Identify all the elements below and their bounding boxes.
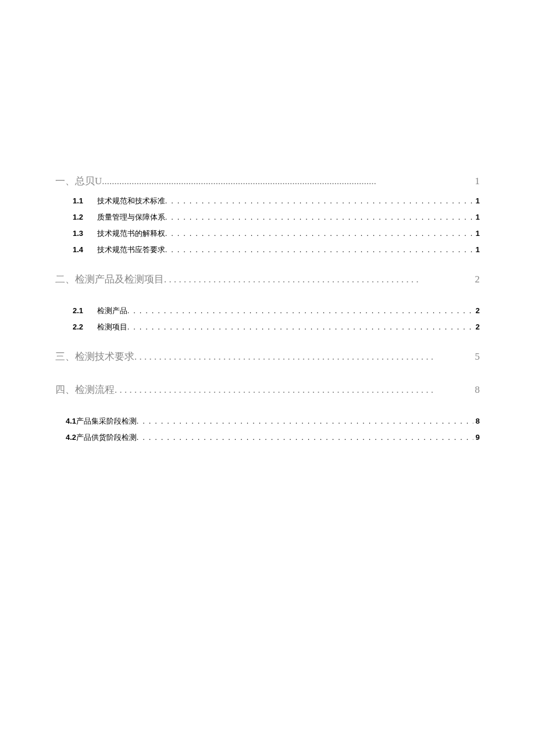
toc-number: 2.2: [73, 323, 88, 331]
toc-entry: 1.2质量管理与保障体系 . . . . . . . . . . . . . .…: [55, 212, 480, 223]
toc-title: 技术规范书的解释权: [97, 228, 165, 239]
toc-container: 一、总贝U...................................…: [55, 174, 480, 443]
toc-leader-dots: . . . . . . . . . . . . . . . . . . . . …: [127, 306, 473, 316]
toc-page-number: 1: [476, 196, 480, 205]
toc-entry: 二、检测产品及检测项目. . . . . . . . . . . . . . .…: [55, 273, 480, 286]
toc-page-number: 8: [476, 417, 480, 425]
toc-leader-dots: . . . . . . . . . . . . . . . . . . . . …: [165, 229, 473, 238]
toc-entry: 2.1检测产品 . . . . . . . . . . . . . . . . …: [55, 306, 480, 316]
toc-entry: 一、总贝U...................................…: [55, 174, 480, 188]
toc-title: 检测项目: [97, 322, 127, 332]
toc-number: 1.2: [73, 213, 88, 221]
toc-leader-dots: . . . . . . . . . . . . . . . . . . . . …: [165, 196, 473, 206]
toc-entry: 三、检测技术要求. . . . . . . . . . . . . . . . …: [55, 350, 480, 363]
toc-leader-dots: . . . . . . . . . . . . . . . . . . . . …: [134, 351, 473, 363]
toc-title: 产品供货阶段检测: [76, 432, 137, 443]
toc-title: 三、检测技术要求: [55, 350, 134, 363]
toc-leader-dots: . . . . . . . . . . . . . . . . . . . . …: [115, 384, 473, 396]
toc-leader-dots: . . . . . . . . . . . . . . . . . . . . …: [165, 213, 473, 222]
toc-page-number: 9: [476, 433, 480, 442]
toc-leader-dots: . . . . . . . . . . . . . . . . . . . . …: [164, 274, 473, 285]
toc-page-number: 1: [476, 229, 480, 238]
toc-leader-dots: . . . . . . . . . . . . . . . . . . . . …: [127, 323, 473, 332]
toc-entry: 2.2检测项目 . . . . . . . . . . . . . . . . …: [55, 322, 480, 332]
toc-entry: 4.2 产品供货阶段检测 . . . . . . . . . . . . . .…: [55, 432, 480, 443]
toc-entry: 1.4技术规范书应答要求 . . . . . . . . . . . . . .…: [55, 245, 480, 255]
toc-spacer: [55, 338, 480, 350]
toc-number: 4.1: [66, 417, 76, 425]
toc-page-number: 8: [475, 384, 480, 396]
toc-spacer: [55, 294, 480, 306]
toc-spacer: [55, 261, 480, 273]
toc-spacer: [55, 371, 480, 383]
toc-page-number: 2: [475, 274, 480, 285]
toc-leader-dots: . . . . . . . . . . . . . . . . . . . . …: [137, 417, 473, 426]
toc-title: 四、检测流程: [55, 383, 115, 396]
toc-spacer: [55, 404, 480, 416]
toc-title: 质量管理与保障体系: [97, 212, 165, 223]
toc-page-number: 5: [475, 351, 480, 363]
toc-title: 检测产品: [97, 306, 127, 316]
toc-page-number: 1: [475, 175, 480, 187]
toc-page-number: 2: [476, 306, 480, 315]
toc-number: 1.1: [73, 196, 88, 205]
toc-title: 一、总贝U: [55, 174, 102, 188]
toc-leader-dots: ........................................…: [102, 175, 472, 187]
toc-number: 1.3: [73, 229, 88, 238]
toc-title: 技术规范书应答要求: [97, 245, 165, 255]
toc-leader-dots: . . . . . . . . . . . . . . . . . . . . …: [165, 245, 473, 255]
toc-entry: 4.1 产品集采阶段检测 . . . . . . . . . . . . . .…: [55, 416, 480, 427]
toc-title: 产品集采阶段检测: [76, 416, 137, 427]
toc-entry: 四、检测流程. . . . . . . . . . . . . . . . . …: [55, 383, 480, 396]
toc-page-number: 1: [476, 213, 480, 221]
toc-title: 技术规范和技术标准: [97, 196, 165, 206]
toc-number: 1.4: [73, 245, 88, 254]
toc-number: 4.2: [66, 433, 76, 442]
toc-page-number: 2: [476, 323, 480, 331]
toc-leader-dots: . . . . . . . . . . . . . . . . . . . . …: [137, 433, 473, 442]
toc-number: 2.1: [73, 306, 88, 315]
toc-title: 二、检测产品及检测项目: [55, 273, 164, 286]
toc-page-number: 1: [476, 245, 480, 254]
toc-entry: 1.1技术规范和技术标准 . . . . . . . . . . . . . .…: [55, 196, 480, 206]
toc-entry: 1.3技术规范书的解释权 . . . . . . . . . . . . . .…: [55, 228, 480, 239]
